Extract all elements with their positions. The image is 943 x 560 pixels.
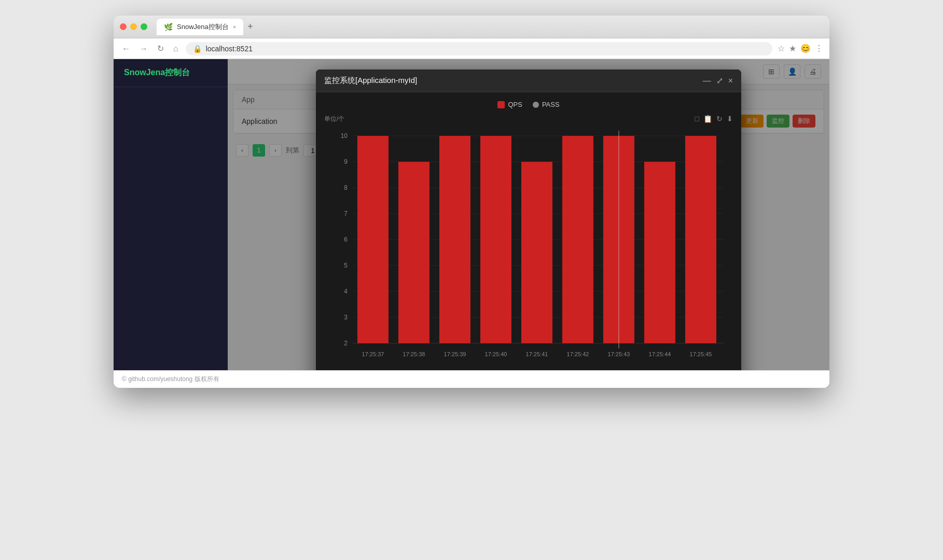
modal-controls: — ⤢ ×	[703, 76, 733, 86]
minimize-light[interactable]	[130, 23, 137, 30]
main-content: ⊞ 👤 🖨 App ID Application myId 刷 更新	[228, 59, 829, 370]
tab-title: SnowJena控制台	[177, 22, 229, 32]
svg-text:9: 9	[344, 158, 348, 165]
maximize-light[interactable]	[141, 23, 147, 30]
bar-3	[439, 136, 470, 343]
bar-6	[562, 136, 593, 343]
app-footer: © github.com/yueshutong 版权所有	[114, 370, 829, 388]
svg-text:17:25:42: 17:25:42	[567, 351, 589, 357]
legend-qps: QPS	[497, 101, 522, 108]
bar-5	[521, 162, 552, 343]
svg-text:6: 6	[344, 236, 348, 243]
bar-8	[644, 162, 675, 343]
browser-tab[interactable]: 🌿 SnowJena控制台 ×	[157, 19, 243, 35]
modal-title: 监控系统[Application-myId]	[324, 76, 417, 86]
pass-label: PASS	[542, 101, 560, 108]
profile-icon[interactable]: 😊	[800, 44, 811, 53]
svg-text:3: 3	[344, 314, 348, 321]
chart-legend: QPS PASS	[324, 101, 733, 108]
modal-overlay: 监控系统[Application-myId] — ⤢ ×	[228, 59, 829, 370]
app-body: SnowJena控制台 ⊞ 👤 🖨 App ID Application	[114, 59, 829, 370]
chart-icon-1[interactable]: □	[695, 115, 699, 123]
pass-legend-dot	[533, 102, 539, 108]
chart-svg: 2 3 4 5 6 7 8 9 10	[324, 125, 734, 369]
svg-text:17:25:44: 17:25:44	[649, 351, 671, 357]
chart-area: 单位/个 □ 📋 ↻ ⬇	[324, 115, 733, 369]
address-bar: ← → ↻ ⌂ 🔒 localhost:8521 ☆ ★ 😊 ⋮	[114, 38, 829, 59]
modal-maximize-button[interactable]: ⤢	[716, 76, 723, 86]
bar-2	[398, 162, 429, 343]
bookmark-icon[interactable]: ☆	[778, 44, 785, 53]
bar-4	[480, 136, 511, 343]
modal-titlebar: 监控系统[Application-myId] — ⤢ ×	[316, 69, 741, 92]
close-light[interactable]	[120, 23, 127, 30]
forward-button[interactable]: →	[137, 42, 150, 55]
svg-text:8: 8	[344, 184, 348, 191]
chart-unit-label: 单位/个	[324, 115, 733, 123]
bar-9	[685, 136, 716, 343]
address-text: localhost:8521	[206, 45, 253, 53]
title-bar: 🌿 SnowJena控制台 × +	[114, 16, 829, 38]
new-tab-button[interactable]: +	[243, 21, 257, 32]
refresh-button[interactable]: ↻	[155, 41, 166, 55]
tab-favicon-icon: 🌿	[164, 23, 173, 31]
svg-text:17:25:40: 17:25:40	[485, 351, 507, 357]
svg-text:17:25:37: 17:25:37	[362, 351, 384, 357]
svg-text:7: 7	[344, 210, 348, 217]
legend-pass: PASS	[533, 101, 560, 108]
svg-text:17:25:38: 17:25:38	[403, 351, 425, 357]
chart-icon-bar: □ 📋 ↻ ⬇	[695, 115, 733, 123]
tab-close-icon[interactable]: ×	[233, 24, 236, 30]
traffic-lights	[120, 23, 147, 30]
home-button[interactable]: ⌂	[171, 42, 181, 55]
modal-minimize-button[interactable]: —	[703, 76, 711, 86]
back-button[interactable]: ←	[120, 42, 132, 55]
chart-icon-3[interactable]: ↻	[716, 115, 723, 123]
chart-container: QPS PASS 单位/个	[316, 92, 741, 370]
svg-text:17:25:39: 17:25:39	[444, 351, 466, 357]
lock-icon: 🔒	[193, 45, 202, 53]
tab-bar: 🌿 SnowJena控制台 × +	[157, 19, 823, 35]
svg-text:17:25:45: 17:25:45	[690, 351, 712, 357]
sidebar-title: SnowJena控制台	[114, 59, 228, 87]
chart-icon-2[interactable]: 📋	[703, 115, 712, 123]
svg-text:10: 10	[341, 132, 348, 139]
chart-icon-4[interactable]: ⬇	[727, 115, 733, 123]
svg-text:5: 5	[344, 262, 348, 269]
mac-window: 🌿 SnowJena控制台 × + ← → ↻ ⌂ 🔒 localhost:85…	[114, 16, 829, 388]
address-actions: ☆ ★ 😊 ⋮	[778, 44, 823, 53]
qps-label: QPS	[508, 101, 522, 108]
qps-legend-dot	[497, 101, 505, 108]
svg-text:2: 2	[344, 340, 348, 347]
star-icon[interactable]: ★	[789, 44, 796, 53]
modal-close-button[interactable]: ×	[728, 76, 733, 86]
address-field[interactable]: 🔒 localhost:8521	[186, 42, 772, 55]
menu-icon[interactable]: ⋮	[815, 44, 823, 53]
bar-1	[357, 136, 389, 343]
svg-text:4: 4	[344, 288, 348, 295]
svg-text:17:25:41: 17:25:41	[526, 351, 548, 357]
sidebar: SnowJena控制台	[114, 59, 228, 370]
footer-text: © github.com/yueshutong 版权所有	[122, 375, 219, 383]
svg-text:17:25:43: 17:25:43	[608, 351, 630, 357]
monitor-modal: 监控系统[Application-myId] — ⤢ ×	[316, 69, 741, 370]
